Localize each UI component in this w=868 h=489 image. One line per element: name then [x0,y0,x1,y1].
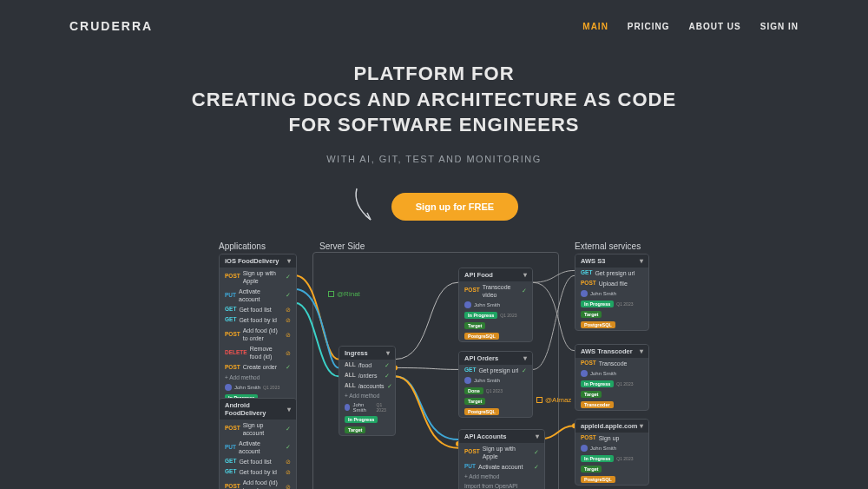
chevron-down-icon[interactable]: ▾ [536,433,539,440]
card-title: AWS S3 [581,257,605,265]
card-title: Ingress [345,349,368,357]
chevron-down-icon[interactable]: ▾ [287,406,291,413]
avatar-icon [581,445,588,452]
card-api-food[interactable]: API Food▾ POSTTranscode video✓ John Smit… [458,268,533,342]
annotation-almaz: @Almaz [536,396,571,404]
hero-cta-row: Sign up for FREE [0,187,868,227]
avatar-icon [464,301,471,308]
annotation-rinat: @Rinat [328,290,360,298]
hero-line1: PLATFORM FOR [353,63,514,84]
import-openapi[interactable]: Import from OpenAPI [459,481,544,489]
nav-about[interactable]: ABOUT US [689,22,741,31]
arrow-icon [350,187,379,227]
chevron-down-icon[interactable]: ▾ [523,354,527,362]
card-title: Android FoodDelivery [225,401,287,417]
col-label-applications: Applications [219,241,266,251]
card-title: API Accounts [464,433,506,440]
topbar: CRUDERRA MAIN PRICING ABOUT US SIGN IN [0,0,868,33]
avatar-icon [464,377,471,384]
card-title: appleid.apple.com [581,422,637,430]
main-nav: MAIN PRICING ABOUT US SIGN IN [582,22,799,31]
avatar-icon [345,404,350,411]
signup-button[interactable]: Sign up for FREE [391,193,518,221]
card-android-fooddelivery[interactable]: Android FoodDelivery▾ POSTSign up accoun… [219,398,297,489]
add-method[interactable]: + Add method [220,373,296,382]
card-ingress[interactable]: Ingress▾ ALL/food✓ ALL/orders✓ ALL/accou… [339,346,396,436]
col-label-external: External services [575,241,641,251]
card-api-accounts[interactable]: API Accounts▾ POSTSign up with Apple✓ PU… [458,429,545,489]
card-aws-s3[interactable]: AWS S3▾ GETGet presign url POSTUpload fi… [575,254,649,331]
card-title: AWS Transcoder [581,347,633,355]
chevron-down-icon[interactable]: ▾ [640,422,643,430]
card-aws-transcoder[interactable]: AWS Transcoder▾ POSTTranscode John Smith… [575,344,649,411]
avatar-icon [225,384,232,391]
hero-line3: FOR SOFTWARE ENGINEERS [289,114,580,135]
card-title: iOS FoodDelivery [225,257,279,265]
chevron-down-icon[interactable]: ▾ [640,347,643,355]
add-method[interactable]: + Add method [459,472,544,481]
col-label-server: Server Side [319,241,365,251]
chevron-down-icon[interactable]: ▾ [287,257,291,265]
hero-heading: PLATFORM FOR CREATING DOCS AND ARCHITECT… [0,61,868,138]
hero-line2: CREATING DOCS AND ARCHITECTURE AS CODE [192,89,676,110]
nav-signin[interactable]: SIGN IN [760,22,799,31]
card-title: API Food [464,271,493,279]
add-method[interactable]: + Add method [339,391,395,400]
hero-sub: WITH AI, GIT, TEST AND MONITORING [0,154,868,164]
chevron-down-icon[interactable]: ▾ [386,349,390,357]
hero: PLATFORM FOR CREATING DOCS AND ARCHITECT… [0,61,868,227]
nav-main[interactable]: MAIN [582,22,608,31]
brand-logo[interactable]: CRUDERRA [69,19,153,33]
nav-pricing[interactable]: PRICING [628,22,670,31]
avatar-icon [581,370,588,377]
card-title: API Orders [464,354,498,362]
chevron-down-icon[interactable]: ▾ [640,257,643,265]
card-appleid[interactable]: appleid.apple.com▾ POSTSign up John Smit… [575,419,649,486]
architecture-diagram: Applications Server Side External servic… [0,241,868,489]
avatar-icon [581,290,588,297]
chevron-down-icon[interactable]: ▾ [523,271,527,279]
card-api-orders[interactable]: API Orders▾ GETGet presign url✓ John Smi… [458,351,533,418]
